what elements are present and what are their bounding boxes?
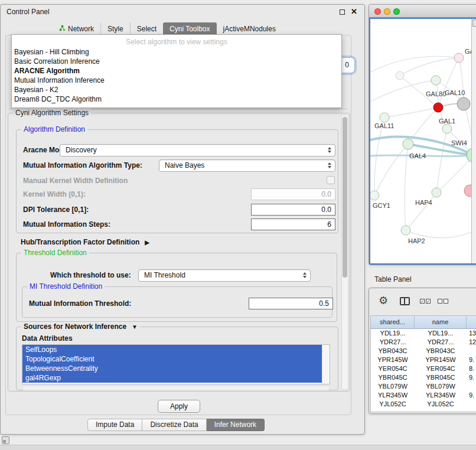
manual-kernel-checkbox[interactable] bbox=[327, 176, 335, 184]
table-cell: YDR27... bbox=[415, 338, 467, 347]
network-node-hap2[interactable] bbox=[401, 226, 410, 235]
apply-button[interactable]: Apply bbox=[158, 400, 200, 413]
network-window-titlebar[interactable] bbox=[369, 5, 476, 18]
scrollbar-button[interactable] bbox=[472, 19, 476, 27]
aracne-mode-select[interactable]: Discovery bbox=[60, 144, 335, 156]
algorithm-definition-title: Algorithm Definition bbox=[21, 125, 87, 133]
network-node[interactable] bbox=[396, 71, 404, 80]
manual-kernel-label: Manual Kernel Width Definition bbox=[23, 177, 128, 185]
tab-style[interactable]: Style bbox=[100, 22, 130, 35]
mi-steps-field[interactable]: 6 bbox=[251, 219, 335, 230]
combo-arrows-icon bbox=[328, 162, 331, 168]
attribute-list[interactable]: SelfLoopsTopologicalCoefficientBetweenne… bbox=[22, 344, 330, 384]
network-edge bbox=[406, 193, 436, 230]
gear-icon[interactable]: ⚙ bbox=[379, 294, 388, 307]
unselect-all-columns-icon[interactable] bbox=[438, 299, 448, 304]
table-row[interactable]: YJL052CYJL052C bbox=[371, 400, 476, 409]
network-scrollbar[interactable] bbox=[471, 19, 476, 263]
network-node-hap4[interactable] bbox=[432, 188, 441, 197]
network-node-gal80[interactable] bbox=[431, 76, 441, 85]
table-cell: YJL052C bbox=[415, 400, 467, 409]
bottom-tab-impute-data[interactable]: Impute Data bbox=[87, 419, 142, 431]
algorithm-option-basic-correlation-inference[interactable]: Basic Correlation Inference bbox=[12, 57, 341, 66]
control-panel-window: Control Panel ✕ NetworkStyleSelectCyni T… bbox=[0, 4, 365, 435]
traffic-lights bbox=[374, 8, 400, 15]
attribute-item[interactable]: BetweennessCentrality bbox=[22, 364, 322, 373]
scrollbar-thumb[interactable] bbox=[343, 117, 347, 278]
tab-bar: NetworkStyleSelectCyni ToolboxjActiveMNo… bbox=[53, 22, 282, 35]
table-row[interactable]: YBL079WYBL079W bbox=[371, 382, 476, 391]
table-row[interactable]: YBR043CYBR043C bbox=[371, 347, 476, 356]
mi-type-label: Mutual Information Algorithm Type: bbox=[23, 161, 142, 170]
bottom-tab-infer-network[interactable]: Infer Network bbox=[207, 419, 265, 431]
mi-type-select[interactable]: Naive Bayes bbox=[159, 159, 335, 172]
algorithm-dropdown-list: Bayesian - Hill ClimbingBasic Correlatio… bbox=[12, 47, 341, 104]
dpi-tolerance-field[interactable]: 0.0 bbox=[251, 204, 335, 216]
mi-steps-label: Mutual Information Steps: bbox=[23, 220, 110, 229]
table-row[interactable]: YLR345WYLR345W9. bbox=[371, 391, 476, 400]
attribute-list-hscrollbar[interactable] bbox=[22, 386, 330, 390]
tab-network[interactable]: Network bbox=[53, 22, 100, 35]
settings-scrollbar[interactable] bbox=[341, 115, 348, 390]
select-all-columns-icon[interactable]: ✓ ✓ bbox=[420, 299, 431, 304]
checked-box-icon: ✓ bbox=[426, 299, 431, 304]
table-row[interactable]: YER054CYER054C8. bbox=[371, 364, 476, 373]
algorithm-option-bayesian-hill-climbing[interactable]: Bayesian - Hill Climbing bbox=[12, 47, 341, 57]
table-cell: YLR345W bbox=[415, 391, 467, 400]
empty-box-icon bbox=[444, 299, 448, 304]
close-light[interactable] bbox=[374, 8, 381, 15]
network-node[interactable] bbox=[454, 53, 464, 63]
column-header-2[interactable] bbox=[467, 316, 476, 328]
table-cell: YBR043C bbox=[415, 347, 467, 356]
tab-select[interactable]: Select bbox=[130, 22, 163, 35]
attribute-item[interactable]: TopologicalCoefficient bbox=[22, 354, 322, 364]
column-header-shared[interactable]: shared... bbox=[371, 316, 415, 328]
network-node-gal1[interactable] bbox=[442, 124, 452, 133]
table-cell: YBR043C bbox=[371, 347, 415, 356]
network-node[interactable] bbox=[457, 97, 470, 110]
mi-threshold-field[interactable]: 0.5 bbox=[249, 298, 333, 309]
node-label-swi4: SWI4 bbox=[451, 139, 467, 146]
table-row[interactable]: YDR27...YDR27...12 bbox=[371, 338, 476, 347]
panel-toggle-icon[interactable] bbox=[2, 436, 9, 444]
network-node-gal11[interactable] bbox=[380, 113, 389, 122]
attribute-item[interactable]: SelfLoops bbox=[22, 345, 322, 354]
network-edge bbox=[436, 129, 447, 193]
zoom-light[interactable] bbox=[393, 8, 400, 15]
columns-icon[interactable] bbox=[400, 297, 410, 305]
control-panel-titlebar[interactable]: Control Panel ✕ bbox=[1, 5, 364, 19]
which-threshold-select[interactable]: MI Threshold bbox=[138, 269, 311, 282]
combo-arrows-icon bbox=[303, 272, 307, 278]
which-threshold-label: Which threshold to use: bbox=[50, 271, 131, 280]
algorithm-option-aracne-algorithm[interactable]: ARACNE Algorithm bbox=[12, 66, 341, 76]
column-header-name[interactable]: name bbox=[415, 316, 467, 328]
algorithm-option-dream8-dc-tdc-algorithm[interactable]: Dream8 DC_TDC Algorithm bbox=[12, 94, 341, 104]
minimize-light[interactable] bbox=[384, 8, 390, 15]
network-edge bbox=[405, 144, 408, 230]
sources-group-title[interactable]: Sources for Network Inference▼ bbox=[21, 322, 140, 331]
attribute-item[interactable]: gal4RGexp bbox=[22, 373, 322, 383]
float-window-icon[interactable] bbox=[340, 9, 345, 15]
network-graph: GALGAL80GAL10GAL11GAL1SWI4GAL4GCY1HAP4HA… bbox=[370, 19, 476, 265]
algorithm-option-mutual-information-inference[interactable]: Mutual Information Inference bbox=[12, 76, 341, 85]
sources-title-text: Sources for Network Inference bbox=[24, 322, 126, 331]
tab-cyni-toolbox[interactable]: Cyni Toolbox bbox=[163, 22, 216, 35]
kernel-width-field: 0.0 bbox=[251, 188, 335, 200]
tab-jactivemnodules[interactable]: jActiveMNodules bbox=[217, 22, 282, 35]
table-row[interactable]: YDL19...YDL19...13 bbox=[371, 329, 476, 338]
network-node-gal4[interactable] bbox=[403, 139, 413, 149]
network-canvas[interactable]: GALGAL80GAL10GAL11GAL1SWI4GAL4GCY1HAP4HA… bbox=[369, 18, 476, 265]
table-body: YDL19...YDL19...13YDR27...YDR27...12YBR0… bbox=[371, 329, 476, 409]
tab-label: Style bbox=[107, 25, 123, 33]
algorithm-option-bayesian-k2[interactable]: Bayesian - K2 bbox=[12, 85, 341, 94]
network-node-gcy1[interactable] bbox=[370, 191, 379, 200]
table-cell bbox=[467, 382, 476, 391]
close-icon[interactable]: ✕ bbox=[351, 7, 357, 16]
table-row[interactable]: YBR045CYBR045C9. bbox=[371, 373, 476, 382]
bottom-tab-discretize-data[interactable]: Discretize Data bbox=[142, 419, 206, 431]
network-node-gal10[interactable] bbox=[433, 103, 443, 112]
table-row[interactable]: YPR145WYPR145W9. bbox=[371, 356, 476, 364]
checked-box-icon: ✓ bbox=[420, 299, 425, 304]
hub-section-toggle[interactable]: Hub/Transcription Factor Definition▶ bbox=[21, 238, 149, 246]
attribute-list-scrollbar[interactable] bbox=[322, 345, 330, 384]
